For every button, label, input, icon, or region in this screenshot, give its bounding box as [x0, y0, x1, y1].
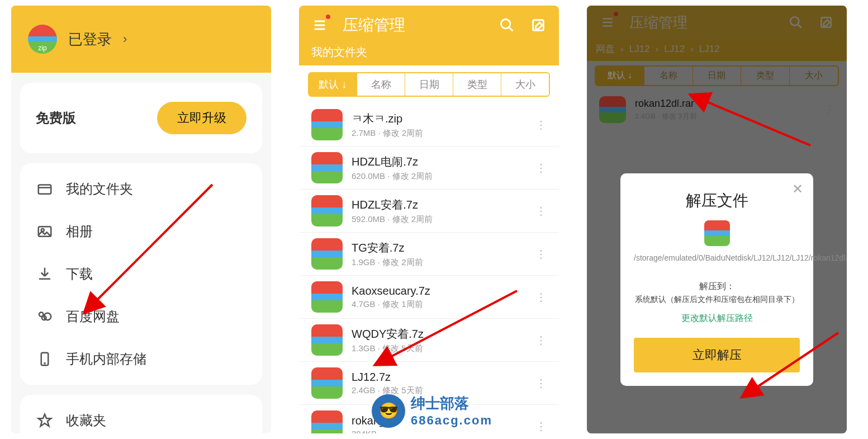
file-list: ㅋ木ㅋ.zip2.7MB · 修改 2周前⋯ HDZL电闹.7z620.0MB … [299, 103, 559, 433]
phone-icon [36, 350, 54, 368]
cloud-icon [36, 308, 54, 325]
profile-header[interactable]: 已登录 › [11, 6, 271, 73]
app-header: 压缩管理 [299, 6, 559, 45]
screenshot-3-extract-dialog: 压缩管理 网盘› LJ12› LJ12› LJ12 默认 ↓ 名称 日期 类型 … [587, 6, 847, 433]
chevron-right-icon: › [123, 32, 127, 46]
extract-now-button[interactable]: 立即解压 [634, 338, 800, 372]
more-icon[interactable]: ⋯ [535, 120, 548, 130]
sidebar-item-baidu[interactable]: 百度网盘 [20, 295, 262, 338]
file-item[interactable]: Kaoxseucary.7z4.7GB · 修改 1周前⋯ [299, 276, 559, 319]
file-item[interactable]: HDZL安着.7z592.0MB · 修改 2周前⋯ [299, 190, 559, 233]
archive-icon [311, 195, 343, 226]
tab-size[interactable]: 大小 [501, 73, 549, 96]
file-item[interactable]: TG安着.7z1.9GB · 修改 2周前⋯ [299, 233, 559, 276]
tab-default[interactable]: 默认 ↓ [309, 73, 357, 96]
file-item[interactable]: HDZL电闹.7z620.0MB · 修改 2周前⋯ [299, 147, 559, 190]
archive-icon [311, 410, 343, 433]
sidebar-item-internal-storage[interactable]: 手机内部存储 [20, 338, 262, 380]
edit-icon[interactable] [530, 17, 547, 34]
svg-rect-0 [39, 185, 51, 194]
image-icon [36, 223, 54, 240]
screenshot-2-filelist: 压缩管理 我的文件夹 默认 ↓ 名称 日期 类型 大小 ㅋ木ㅋ.zip2.7MB… [299, 6, 559, 433]
version-card: 免费版 立即升级 [20, 83, 262, 153]
watermark: 😎 绅士部落 686acg.com [372, 394, 492, 428]
archive-icon [311, 238, 343, 270]
more-icon[interactable]: ⋯ [535, 163, 548, 173]
archive-icon [311, 324, 343, 356]
file-path-label: /storage/emulated/0/BaiduNetdisk/LJ12/LJ… [634, 253, 800, 264]
more-icon[interactable]: ⋯ [535, 421, 548, 431]
extract-to-label: 解压到： [634, 281, 800, 292]
header-title: 压缩管理 [343, 15, 484, 36]
sort-tabs: 默认 ↓ 名称 日期 类型 大小 [308, 72, 550, 97]
change-path-link[interactable]: 更改默认解压路径 [634, 313, 800, 324]
svg-point-7 [44, 363, 45, 364]
more-icon[interactable]: ⋯ [535, 378, 548, 388]
sidebar-item-download[interactable]: 下载 [20, 253, 262, 295]
more-icon[interactable]: ⋯ [535, 249, 548, 259]
star-icon [36, 412, 54, 429]
close-icon[interactable]: ✕ [792, 181, 803, 197]
search-icon[interactable] [499, 17, 515, 34]
subfolder-label: 我的文件夹 [299, 45, 559, 65]
folder-icon [36, 180, 54, 198]
login-status: 已登录 [68, 30, 112, 49]
more-icon[interactable]: ⋯ [535, 335, 548, 345]
svg-point-10 [501, 20, 510, 29]
more-icon[interactable]: ⋯ [535, 292, 548, 302]
extract-dialog: ✕ 解压文件 /storage/emulated/0/BaiduNetdisk/… [620, 173, 813, 386]
extract-to-sublabel: 系统默认（解压后文件和压缩包在相同目录下） [634, 295, 800, 305]
archive-icon [311, 109, 343, 140]
menu-icon[interactable] [311, 17, 328, 34]
menu-card-1: 我的文件夹 相册 下载 百度网盘 手机内部存储 [20, 163, 262, 385]
archive-icon [311, 367, 343, 399]
archive-icon [311, 152, 343, 183]
menu-card-2: 收藏夹 分类文件 回收站 [20, 395, 262, 433]
more-icon[interactable]: ⋯ [535, 206, 548, 216]
archive-icon [311, 281, 343, 313]
version-label: 免费版 [36, 109, 76, 127]
sidebar-item-favorites[interactable]: 收藏夹 [20, 399, 262, 433]
file-item[interactable]: ㅋ木ㅋ.zip2.7MB · 修改 2周前⋯ [299, 103, 559, 147]
dialog-title: 解压文件 [634, 190, 800, 211]
app-logo-icon [28, 25, 57, 54]
archive-icon [704, 220, 730, 246]
tab-date[interactable]: 日期 [405, 73, 453, 96]
watermark-avatar-icon: 😎 [372, 394, 405, 428]
upgrade-button[interactable]: 立即升级 [157, 102, 246, 134]
sidebar-item-album[interactable]: 相册 [20, 210, 262, 253]
download-icon [36, 265, 54, 283]
file-item[interactable]: WQDY安着.7z1.3GB · 修改 5天前⋯ [299, 319, 559, 362]
sidebar-item-my-folder[interactable]: 我的文件夹 [20, 168, 262, 210]
tab-name[interactable]: 名称 [357, 73, 405, 96]
tab-type[interactable]: 类型 [453, 73, 501, 96]
screenshot-1-sidebar: 已登录 › 免费版 立即升级 我的文件夹 相册 下载 百度网盘 手机内部存储 [11, 6, 271, 433]
